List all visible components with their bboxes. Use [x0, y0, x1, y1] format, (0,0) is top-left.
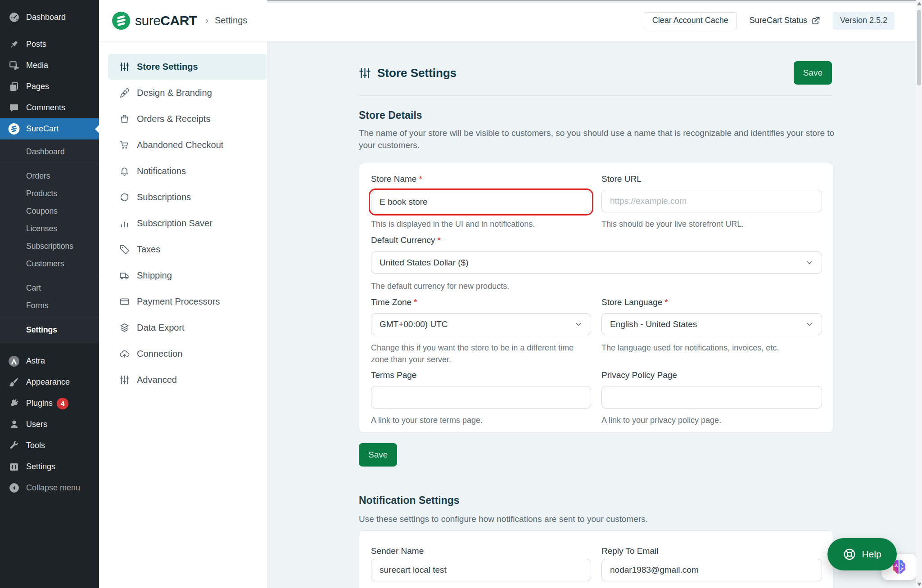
wp-menu-label: Appearance: [26, 377, 70, 387]
help-button[interactable]: Help: [827, 538, 897, 570]
settings-icon: [8, 461, 20, 473]
settings-nav-label: Notifications: [137, 166, 186, 176]
settings-nav-label: Advanced: [137, 375, 177, 385]
settings-nav-item-abandoned-checkout[interactable]: Abandoned Checkout: [108, 132, 267, 158]
wp-menu-item-posts[interactable]: Posts: [0, 34, 99, 55]
time-zone-help: Change this if you want the store to be …: [371, 342, 591, 365]
scrollbar[interactable]: [916, 0, 922, 588]
time-zone-select[interactable]: GMT+00:00) UTC: [371, 313, 591, 335]
save-button[interactable]: Save: [794, 61, 832, 85]
notification-settings-card: Sender Name Reply To Email: [359, 530, 833, 588]
wp-submenu-item-forms[interactable]: Forms: [0, 297, 99, 314]
settings-nav-item-subscription-saver[interactable]: Subscription Saver: [108, 211, 267, 236]
wp-submenu-item-cart[interactable]: Cart: [0, 279, 99, 297]
wp-menu-item-media[interactable]: Media: [0, 55, 99, 76]
wp-menu-item-users[interactable]: Users: [0, 414, 99, 435]
plugins-update-badge: 4: [57, 398, 68, 409]
tag-icon: [119, 244, 130, 255]
settings-nav-label: Design & Branding: [137, 88, 212, 98]
settings-nav-item-subscriptions[interactable]: Subscriptions: [108, 184, 267, 210]
settings-nav-item-data-export[interactable]: Data Export: [108, 315, 267, 341]
surecart-logo[interactable]: sureCART: [112, 11, 197, 30]
wp-menu-label: Comments: [26, 103, 65, 112]
wp-menu-label: Posts: [26, 40, 46, 49]
wp-menu-item-surecart[interactable]: SureCart: [0, 118, 99, 139]
chevron-down-icon: [805, 259, 814, 267]
divider: [359, 95, 832, 96]
wp-menu-item-pages[interactable]: Pages: [0, 76, 99, 97]
layers-icon: [119, 323, 130, 333]
wp-submenu-item-products[interactable]: Products: [0, 185, 99, 202]
settings-nav-item-store-settings[interactable]: Store Settings: [108, 54, 267, 80]
wp-submenu-item-orders[interactable]: Orders: [0, 167, 99, 185]
wp-menu-label: SureCart: [26, 124, 59, 134]
currency-select[interactable]: United States Dollar ($): [371, 251, 822, 274]
main-content: Store Settings Save Store Details The na…: [267, 41, 916, 588]
sliders-icon: [119, 62, 130, 72]
settings-nav-item-taxes[interactable]: Taxes: [108, 237, 267, 262]
settings-nav-label: Taxes: [137, 244, 160, 255]
page-title-label: Store Settings: [377, 66, 456, 80]
wp-menu-label: Dashboard: [26, 13, 66, 22]
bar-chart-icon: [119, 218, 130, 229]
wp-menu-item-appearance[interactable]: Appearance: [0, 372, 99, 393]
store-name-input[interactable]: [371, 191, 591, 213]
settings-nav-item-advanced[interactable]: Advanced: [108, 367, 267, 393]
settings-nav-label: Abandoned Checkout: [137, 140, 223, 150]
store-name-help: This is displayed in the UI and in notif…: [371, 218, 591, 230]
pen-nib-icon: [119, 88, 130, 99]
wp-menu-label: Users: [26, 420, 47, 429]
sender-name-input[interactable]: [371, 559, 591, 581]
wp-submenu-item-settings[interactable]: Settings: [0, 321, 99, 339]
reply-to-input[interactable]: [601, 559, 822, 581]
settings-nav-item-payment-processors[interactable]: Payment Processors: [108, 289, 267, 314]
reply-to-label: Reply To Email: [601, 546, 822, 556]
wp-menu-item-plugins[interactable]: Plugins4: [0, 393, 99, 414]
save-button-bottom[interactable]: Save: [359, 443, 397, 467]
wp-submenu-item-dashboard[interactable]: Dashboard: [0, 143, 99, 161]
wp-menu-item-astra[interactable]: Astra: [0, 350, 99, 372]
store-url-input[interactable]: [601, 190, 822, 212]
collapse-icon: [8, 482, 20, 494]
privacy-input[interactable]: [601, 386, 822, 408]
wp-menu-item-comments[interactable]: Comments: [0, 97, 99, 118]
notification-settings-description: Use these settings to configure how noti…: [359, 513, 836, 525]
notification-settings-heading: Notification Settings: [359, 494, 916, 507]
settings-nav-item-connection[interactable]: Connection: [108, 341, 267, 367]
privacy-help: A link to your privacy policy page.: [601, 414, 822, 426]
settings-nav-item-design-and-branding[interactable]: Design & Branding: [108, 80, 267, 106]
settings-nav-item-shipping[interactable]: Shipping: [108, 263, 267, 288]
sliders-icon: [359, 67, 371, 79]
settings-nav-item-orders-and-receipts[interactable]: Orders & Receipts: [108, 106, 267, 132]
settings-nav-item-notifications[interactable]: Notifications: [108, 158, 267, 184]
currency-value: United States Dollar ($): [380, 258, 468, 268]
wp-submenu-item-licenses[interactable]: Licenses: [0, 220, 99, 238]
scrollbar-down-arrow[interactable]: [917, 583, 922, 586]
store-url-label: Store URL: [601, 174, 822, 184]
wp-menu-item-tools[interactable]: Tools: [0, 435, 99, 456]
wp-menu-item-settings[interactable]: Settings: [0, 456, 99, 477]
active-arrow: [95, 125, 99, 133]
chevron-down-icon: [805, 320, 814, 328]
store-details-card: Store Name* Store URL This is displayed …: [359, 163, 833, 433]
terms-input[interactable]: [371, 386, 591, 408]
wp-menu-item-collapse-menu[interactable]: Collapse menu: [0, 477, 99, 498]
pages-icon: [8, 81, 20, 93]
cloud-upload-icon: [119, 349, 130, 359]
wp-menu-item-dashboard[interactable]: Dashboard: [0, 7, 99, 27]
wp-submenu-item-customers[interactable]: Customers: [0, 255, 99, 273]
settings-nav-label: Subscriptions: [137, 192, 191, 202]
time-zone-label: Time Zone*: [371, 297, 591, 307]
scrollbar-thumb[interactable]: [917, 10, 921, 85]
language-select[interactable]: English - United States: [601, 313, 822, 335]
wp-submenu-item-subscriptions[interactable]: Subscriptions: [0, 238, 99, 255]
wp-menu-label: Pages: [26, 82, 49, 91]
wp-menu-label: Astra: [26, 356, 45, 366]
surecart-status-link[interactable]: SureCart Status: [750, 16, 820, 25]
clear-account-cache-button[interactable]: Clear Account Cache: [644, 12, 737, 29]
wp-submenu-item-coupons[interactable]: Coupons: [0, 202, 99, 220]
wp-menu-label: Settings: [26, 462, 55, 471]
dashboard-icon: [8, 11, 20, 23]
time-zone-value: GMT+00:00) UTC: [380, 319, 448, 329]
scrollbar-up-arrow[interactable]: [917, 2, 922, 5]
